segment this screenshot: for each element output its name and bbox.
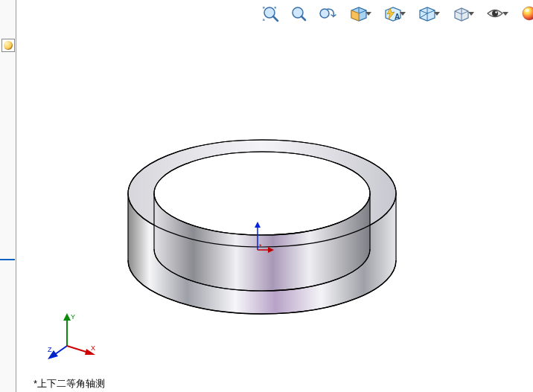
hide-show-button[interactable] bbox=[446, 3, 476, 24]
svg-point-8 bbox=[523, 7, 533, 20]
zoom-area-icon bbox=[290, 4, 307, 22]
model-ring bbox=[106, 89, 418, 327]
graphics-viewport[interactable]: A bbox=[16, 0, 533, 392]
triad-x-label: X bbox=[91, 344, 95, 352]
zoom-fit-icon bbox=[261, 4, 280, 22]
scene-visibility-button[interactable] bbox=[480, 3, 510, 24]
eye-icon bbox=[485, 4, 505, 22]
part-globe-icon bbox=[4, 41, 13, 50]
svg-point-9 bbox=[525, 9, 529, 12]
view-orientation-icon: A bbox=[383, 4, 402, 22]
svg-marker-18 bbox=[63, 313, 71, 321]
appearance-icon bbox=[520, 4, 533, 22]
panel-splitter[interactable] bbox=[0, 259, 15, 260]
coordinate-triad: Y X Z bbox=[46, 310, 98, 362]
svg-point-7 bbox=[495, 11, 497, 13]
svg-line-1 bbox=[273, 16, 278, 21]
svg-line-3 bbox=[301, 16, 305, 20]
display-style-icon bbox=[417, 4, 436, 22]
svg-text:*: * bbox=[259, 242, 262, 250]
section-view-button[interactable] bbox=[343, 3, 373, 24]
triad-y-label: Y bbox=[71, 313, 75, 321]
section-view-icon bbox=[348, 4, 368, 22]
appearance-button[interactable] bbox=[514, 3, 533, 24]
svg-point-6 bbox=[492, 10, 498, 16]
left-sidebar bbox=[0, 0, 16, 392]
orientation-label: *上下二等角轴测 bbox=[33, 377, 105, 391]
hide-show-icon bbox=[451, 4, 470, 22]
svg-marker-15 bbox=[268, 247, 274, 253]
zoom-area-button[interactable] bbox=[287, 3, 310, 24]
zoom-fit-button[interactable] bbox=[258, 3, 282, 24]
view-orientation-button[interactable]: A bbox=[377, 3, 407, 24]
origin-marker: * bbox=[244, 220, 274, 257]
feature-manager-tab[interactable] bbox=[1, 39, 15, 52]
svg-point-4 bbox=[320, 9, 329, 18]
view-toolbar: A bbox=[258, 3, 533, 24]
triad-z-label: Z bbox=[48, 346, 52, 353]
previous-view-icon bbox=[317, 4, 336, 22]
display-style-button[interactable] bbox=[412, 3, 441, 24]
previous-view-button[interactable] bbox=[315, 3, 339, 24]
svg-marker-13 bbox=[255, 222, 261, 228]
svg-text:A: A bbox=[395, 13, 400, 21]
